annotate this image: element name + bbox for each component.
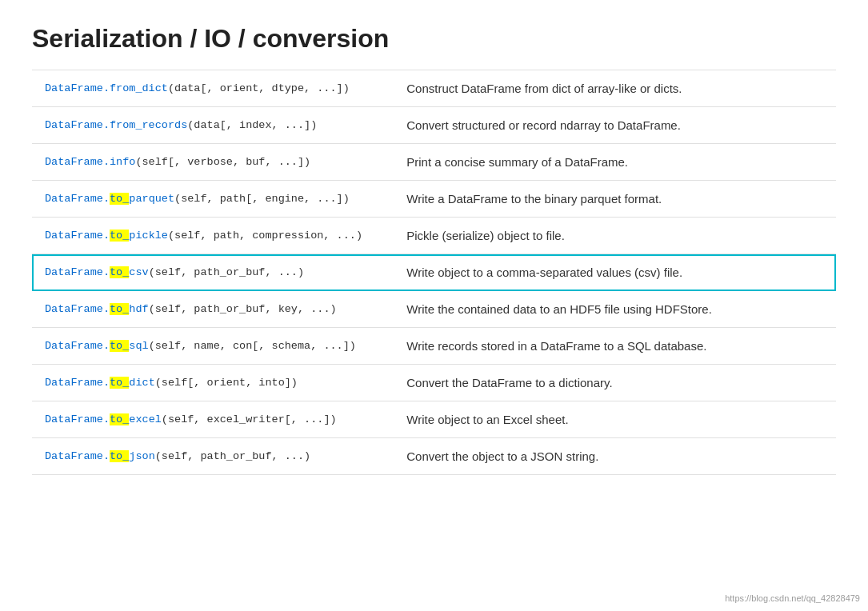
page-container: Serialization / IO / conversion DataFram… xyxy=(0,0,868,491)
page-title: Serialization / IO / conversion xyxy=(32,24,836,54)
api-cell: DataFrame.to_excel(self, excel_writer[, … xyxy=(32,401,394,438)
description-cell: Write object to a comma-separated values… xyxy=(394,254,836,291)
highlight-span: to_ xyxy=(110,413,129,425)
table-row[interactable]: DataFrame.to_hdf(self, path_or_buf, key,… xyxy=(32,291,836,328)
api-cell: DataFrame.to_csv(self, path_or_buf, ...) xyxy=(32,254,394,291)
highlight-span: to_ xyxy=(110,266,129,278)
api-suffix: (self, name, con[, schema, ...]) xyxy=(149,340,356,352)
description-cell: Write records stored in a DataFrame to a… xyxy=(394,328,836,365)
api-suffix: (self, path_or_buf, ...) xyxy=(155,450,310,462)
highlight-span: to_ xyxy=(110,450,129,462)
description-cell: Convert the object to a JSON string. xyxy=(394,438,836,475)
api-table: DataFrame.from_dict(data[, orient, dtype… xyxy=(32,70,836,475)
api-cell: DataFrame.to_parquet(self, path[, engine… xyxy=(32,181,394,218)
api-link[interactable]: DataFrame.to_dict xyxy=(45,377,155,389)
api-link[interactable]: DataFrame.to_parquet xyxy=(45,193,174,205)
highlight-span: to_ xyxy=(110,303,129,315)
description-cell: Convert structured or record ndarray to … xyxy=(394,107,836,144)
api-suffix: (self, excel_writer[, ...]) xyxy=(162,413,337,425)
api-cell: DataFrame.to_json(self, path_or_buf, ...… xyxy=(32,438,394,475)
api-link[interactable]: DataFrame.to_hdf xyxy=(45,303,149,315)
table-row[interactable]: DataFrame.to_pickle(self, path, compress… xyxy=(32,218,836,254)
api-link[interactable]: DataFrame.from_dict xyxy=(45,82,168,94)
api-link[interactable]: DataFrame.to_pickle xyxy=(45,230,168,242)
api-suffix: (self, path_or_buf, ...) xyxy=(149,266,304,278)
api-suffix: (self[, verbose, buf, ...]) xyxy=(135,156,310,168)
api-cell: DataFrame.from_records(data[, index, ...… xyxy=(32,107,394,144)
api-suffix: (data[, index, ...]) xyxy=(187,119,317,131)
description-cell: Convert the DataFrame to a dictionary. xyxy=(394,365,836,401)
table-row[interactable]: DataFrame.from_dict(data[, orient, dtype… xyxy=(32,70,836,107)
api-link[interactable]: DataFrame.info xyxy=(45,156,135,168)
api-suffix: (self, path[, engine, ...]) xyxy=(174,193,350,205)
description-cell: Write object to an Excel sheet. xyxy=(394,401,836,438)
table-row[interactable]: DataFrame.from_records(data[, index, ...… xyxy=(32,107,836,144)
highlight-span: to_ xyxy=(110,230,129,242)
api-cell: DataFrame.info(self[, verbose, buf, ...]… xyxy=(32,144,394,181)
api-cell: DataFrame.to_dict(self[, orient, into]) xyxy=(32,365,394,401)
description-cell: Construct DataFrame from dict of array-l… xyxy=(394,70,836,107)
table-row[interactable]: DataFrame.info(self[, verbose, buf, ...]… xyxy=(32,144,836,181)
api-cell: DataFrame.to_pickle(self, path, compress… xyxy=(32,218,394,254)
api-suffix: (data[, orient, dtype, ...]) xyxy=(168,82,350,94)
table-row[interactable]: DataFrame.to_json(self, path_or_buf, ...… xyxy=(32,438,836,475)
description-cell: Write the contained data to an HDF5 file… xyxy=(394,291,836,328)
highlight-span: to_ xyxy=(110,340,129,352)
description-cell: Pickle (serialize) object to file. xyxy=(394,218,836,254)
api-link[interactable]: DataFrame.from_records xyxy=(45,119,187,131)
highlight-span: to_ xyxy=(110,377,129,389)
api-cell: DataFrame.from_dict(data[, orient, dtype… xyxy=(32,70,394,107)
table-row[interactable]: DataFrame.to_csv(self, path_or_buf, ...)… xyxy=(32,254,836,291)
api-suffix: (self[, orient, into]) xyxy=(155,377,298,389)
api-suffix: (self, path_or_buf, key, ...) xyxy=(149,303,337,315)
api-cell: DataFrame.to_hdf(self, path_or_buf, key,… xyxy=(32,291,394,328)
api-cell: DataFrame.to_sql(self, name, con[, schem… xyxy=(32,328,394,365)
api-link[interactable]: DataFrame.to_csv xyxy=(45,266,149,278)
description-cell: Write a DataFrame to the binary parquet … xyxy=(394,181,836,218)
api-link[interactable]: DataFrame.to_excel xyxy=(45,413,162,425)
table-row[interactable]: DataFrame.to_sql(self, name, con[, schem… xyxy=(32,328,836,365)
api-link[interactable]: DataFrame.to_json xyxy=(45,450,155,462)
api-suffix: (self, path, compression, ...) xyxy=(168,230,362,242)
table-row[interactable]: DataFrame.to_dict(self[, orient, into])C… xyxy=(32,365,836,401)
highlight-span: to_ xyxy=(110,193,129,205)
description-cell: Print a concise summary of a DataFrame. xyxy=(394,144,836,181)
table-row[interactable]: DataFrame.to_parquet(self, path[, engine… xyxy=(32,181,836,218)
table-row[interactable]: DataFrame.to_excel(self, excel_writer[, … xyxy=(32,401,836,438)
api-link[interactable]: DataFrame.to_sql xyxy=(45,340,149,352)
